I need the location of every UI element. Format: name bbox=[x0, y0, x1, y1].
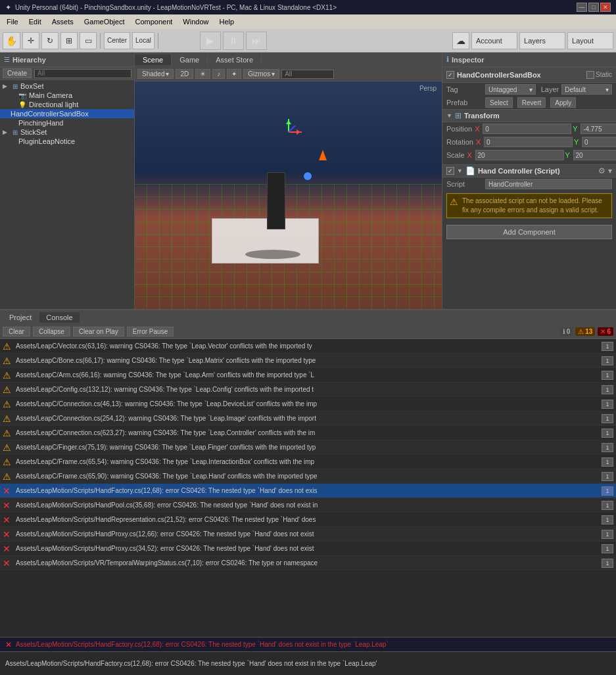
shading-dropdown[interactable]: Shaded▾ bbox=[137, 69, 174, 79]
console-row-7[interactable]: ⚠Assets/LeapC/Finger.cs(75,19): warning … bbox=[0, 440, 616, 455]
hierarchy-search[interactable] bbox=[34, 69, 131, 78]
console-row-1[interactable]: ⚠Assets/LeapC/Bone.cs(66,17): warning CS… bbox=[0, 354, 616, 368]
layout-dropdown[interactable]: Layout bbox=[567, 32, 613, 49]
game-tab[interactable]: Game bbox=[172, 55, 208, 65]
gizmos-dropdown[interactable]: Gizmos▾ bbox=[243, 69, 279, 79]
error-pause-btn[interactable]: Error Pause bbox=[127, 327, 174, 337]
title-text: Unity Personal (64bit) - PinchingSandbox… bbox=[15, 4, 577, 11]
rect-tool-btn[interactable]: ▭ bbox=[80, 32, 97, 49]
step-btn[interactable]: ⏭ bbox=[246, 32, 267, 50]
tree-item-pinchinghand[interactable]: PinchingHand bbox=[0, 118, 134, 128]
prefab-row: Prefab Select Revert Apply bbox=[442, 96, 616, 109]
console-row-3[interactable]: ⚠Assets/LeapC/Config.cs(132,12): warning… bbox=[0, 383, 616, 397]
pos-y-input[interactable] bbox=[580, 124, 616, 134]
console-row-9[interactable]: ⚠Assets/LeapC/Frame.cs(65,90): warning C… bbox=[0, 469, 616, 484]
scale-y-input[interactable] bbox=[573, 150, 616, 160]
console-row-10[interactable]: ✕Assets/LeapMotion/Scripts/HandFactory.c… bbox=[0, 484, 616, 498]
minimize-btn[interactable]: — bbox=[577, 3, 587, 12]
console-row-count-6: 1 bbox=[602, 429, 613, 438]
menu-gameobject[interactable]: GameObject bbox=[80, 16, 129, 27]
hand-controller-menu-btn[interactable]: ⚙ bbox=[598, 166, 605, 175]
scene-search[interactable]: All bbox=[281, 70, 334, 79]
error-badge[interactable]: ✕ 6 bbox=[598, 327, 613, 336]
preview-bar: Assets/LeapMotion/Scripts/HandFactory.cs… bbox=[0, 651, 616, 675]
select-btn[interactable]: Select bbox=[485, 97, 513, 108]
menu-help[interactable]: Help bbox=[215, 16, 238, 27]
menu-window[interactable]: Window bbox=[179, 16, 212, 27]
console-row-13[interactable]: ✕Assets/LeapMotion/Scripts/HandProxy.cs(… bbox=[0, 527, 616, 542]
apply-btn[interactable]: Apply bbox=[550, 97, 576, 108]
play-btn[interactable]: ▶ bbox=[200, 32, 221, 50]
tree-item-stickset[interactable]: ▶ ⊞ StickSet bbox=[0, 128, 134, 137]
tree-item-handcontroller[interactable]: HandControllerSandBox bbox=[0, 109, 134, 118]
move-tool-btn[interactable]: ✛ bbox=[22, 32, 39, 49]
tag-dropdown[interactable]: Untagged ▾ bbox=[485, 84, 536, 95]
console-row-6[interactable]: ⚠Assets/LeapC/Connection.cs(623,27): war… bbox=[0, 426, 616, 440]
console-row-text-14: Assets/LeapMotion/Scripts/HandProxy.cs(3… bbox=[16, 545, 599, 552]
light-toggle[interactable]: ☀ bbox=[195, 69, 210, 79]
tag-label: Tag bbox=[446, 85, 483, 93]
account-dropdown[interactable]: Account bbox=[471, 32, 517, 49]
add-component-btn[interactable]: Add Component bbox=[446, 225, 612, 239]
clear-on-play-btn[interactable]: Clear on Play bbox=[73, 327, 124, 337]
static-checkbox[interactable]: Static bbox=[586, 71, 612, 79]
pos-x-input[interactable] bbox=[483, 124, 571, 134]
script-value[interactable]: HandController bbox=[485, 179, 612, 189]
persp-label: Persp bbox=[419, 85, 437, 92]
console-row-15[interactable]: ✕Assets/LeapMotion/Scripts/VR/TemporalWa… bbox=[0, 556, 616, 570]
tree-item-directionallight[interactable]: 💡 Directional light bbox=[0, 100, 134, 109]
scale-tool-btn[interactable]: ⊞ bbox=[60, 32, 78, 49]
rot-x-input[interactable] bbox=[484, 137, 573, 147]
status-error-icon: ✕ bbox=[5, 640, 12, 649]
transform-section-header[interactable]: ▼ ⊞ Transform bbox=[442, 109, 616, 122]
hierarchy-content: ▶ ⊞ BoxSet 📷 Main Camera 💡 Directional l… bbox=[0, 80, 134, 309]
hierarchy-panel: ☰ Hierarchy Create ▶ ⊞ BoxSet 📷 Main Cam… bbox=[0, 53, 135, 309]
close-btn[interactable]: ✕ bbox=[600, 3, 611, 12]
project-tab[interactable]: Project bbox=[3, 312, 38, 323]
create-btn[interactable]: Create bbox=[3, 68, 32, 78]
clear-btn[interactable]: Clear bbox=[3, 327, 30, 337]
warn-badge[interactable]: ⚠ 13 bbox=[575, 327, 595, 336]
center-btn[interactable]: Center bbox=[104, 32, 130, 49]
local-btn[interactable]: Local bbox=[132, 32, 154, 49]
2d-btn[interactable]: 2D bbox=[176, 69, 193, 79]
cloud-btn[interactable]: ☁ bbox=[452, 32, 469, 49]
rot-y-input[interactable] bbox=[582, 137, 616, 147]
audio-toggle[interactable]: ♪ bbox=[212, 69, 225, 79]
hand-controller-section-header[interactable]: ✓ ▼ 📄 Hand Controller (Script) ⚙ ▾ bbox=[442, 164, 616, 177]
collapse-btn[interactable]: Collapse bbox=[33, 327, 70, 337]
revert-btn[interactable]: Revert bbox=[517, 97, 546, 108]
pause-btn[interactable]: ⏸ bbox=[223, 32, 244, 50]
menu-edit[interactable]: Edit bbox=[25, 16, 45, 27]
console-row-11[interactable]: ✕Assets/LeapMotion/Scripts/HandPool.cs(3… bbox=[0, 498, 616, 513]
hand-controller-overflow-btn[interactable]: ▾ bbox=[608, 166, 612, 175]
component-enabled-check[interactable]: ✓ bbox=[446, 71, 454, 79]
hand-tool-btn[interactable]: ✋ bbox=[3, 32, 20, 49]
center-panels: Scene Game Asset Store Shaded▾ 2D ☀ ♪ ✦ … bbox=[135, 53, 442, 309]
console-row-8[interactable]: ⚠Assets/LeapC/Frame.cs(65,54): warning C… bbox=[0, 455, 616, 469]
menu-component[interactable]: Component bbox=[131, 16, 176, 27]
scene-tab[interactable]: Scene bbox=[135, 55, 172, 65]
console-row-2[interactable]: ⚠Assets/LeapC/Arm.cs(66,16): warning CS0… bbox=[0, 368, 616, 383]
console-row-5[interactable]: ⚠Assets/LeapC/Connection.cs(254,12): war… bbox=[0, 411, 616, 426]
scale-x-input[interactable] bbox=[475, 150, 564, 160]
hand-controller-enabled-check[interactable]: ✓ bbox=[446, 167, 454, 175]
warn-row-icon: ⚠ bbox=[3, 457, 16, 467]
menu-file[interactable]: File bbox=[3, 16, 22, 27]
console-row-14[interactable]: ✕Assets/LeapMotion/Scripts/HandProxy.cs(… bbox=[0, 542, 616, 556]
tree-item-maincamera[interactable]: 📷 Main Camera bbox=[0, 91, 134, 100]
rotate-tool-btn[interactable]: ↻ bbox=[41, 32, 59, 49]
console-row-0[interactable]: ⚠Assets/LeapC/Vector.cs(63,16): warning … bbox=[0, 339, 616, 354]
layer-dropdown[interactable]: Default ▾ bbox=[561, 84, 612, 95]
fx-toggle[interactable]: ✦ bbox=[227, 69, 241, 79]
console-row-12[interactable]: ✕Assets/LeapMotion/Scripts/HandRepresent… bbox=[0, 513, 616, 527]
info-badge[interactable]: ℹ 0 bbox=[560, 327, 573, 336]
menu-assets[interactable]: Assets bbox=[48, 16, 78, 27]
maximize-btn[interactable]: □ bbox=[588, 3, 599, 12]
layers-dropdown[interactable]: Layers bbox=[519, 32, 565, 49]
asset-store-tab[interactable]: Asset Store bbox=[208, 55, 262, 65]
console-row-4[interactable]: ⚠Assets/LeapC/Connection.cs(46,13): warn… bbox=[0, 397, 616, 411]
console-tab[interactable]: Console bbox=[39, 312, 79, 323]
tree-item-pluginleapnotice[interactable]: PluginLeapNotice bbox=[0, 137, 134, 146]
tree-item-boxset[interactable]: ▶ ⊞ BoxSet bbox=[0, 81, 134, 91]
